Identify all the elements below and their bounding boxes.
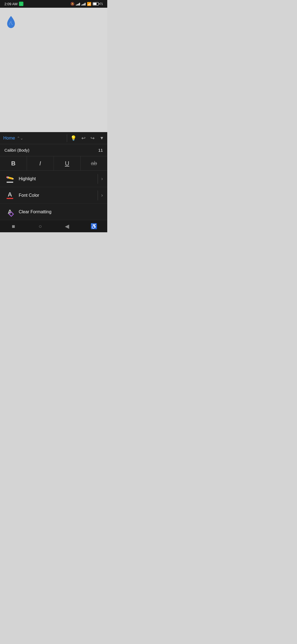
lightbulb-icon[interactable]: 💡 bbox=[70, 135, 76, 141]
font-color-menu-item[interactable]: A Font Color › bbox=[0, 187, 107, 204]
clear-formatting-icon: A bbox=[4, 206, 15, 217]
download-icon: ↓ bbox=[19, 2, 23, 6]
bold-button[interactable]: B bbox=[0, 156, 27, 170]
highlight-chevron-icon[interactable]: › bbox=[101, 176, 103, 182]
signal-bars-1 bbox=[76, 2, 80, 6]
signal-bars-2 bbox=[81, 2, 86, 6]
highlight-label: Highlight bbox=[19, 176, 98, 181]
mute-icon: 🔕 bbox=[70, 2, 75, 6]
pencil-icon: ✏️ bbox=[5, 173, 15, 182]
toolbar: Home ⌃⌄ 💡 ↩ ↪ ▼ Calibri (Body) 11 B I U … bbox=[0, 132, 107, 220]
status-icons: 🔕 📶 71 bbox=[70, 2, 103, 6]
tab-expand-icon[interactable]: ⌃⌄ bbox=[17, 136, 23, 140]
battery-fill bbox=[93, 3, 97, 5]
tab-separator bbox=[67, 134, 67, 142]
nav-home-button[interactable]: ○ bbox=[34, 220, 46, 232]
nav-accessibility-button[interactable]: ♿ bbox=[88, 220, 100, 232]
wifi-icon: 📶 bbox=[87, 2, 91, 6]
tab-home[interactable]: Home bbox=[3, 136, 15, 141]
clear-formatting-menu-item[interactable]: A Clear Formatting bbox=[0, 204, 107, 220]
menu-separator bbox=[98, 174, 98, 184]
font-name[interactable]: Calibri (Body) bbox=[4, 148, 29, 152]
status-bar: 2:09 AM ↓ 🔕 📶 71 bbox=[0, 0, 107, 8]
font-color-bar bbox=[7, 198, 13, 199]
menu-separator-2 bbox=[98, 190, 98, 200]
highlight-icon: ✏️ bbox=[4, 173, 15, 184]
font-color-chevron-icon[interactable]: › bbox=[101, 192, 103, 198]
clear-formatting-label: Clear Formatting bbox=[19, 209, 103, 214]
font-size[interactable]: 11 bbox=[98, 148, 103, 152]
nav-stop-button[interactable]: ■ bbox=[7, 220, 20, 232]
font-row: Calibri (Body) 11 bbox=[0, 144, 107, 156]
highlight-menu-item[interactable]: ✏️ Highlight › bbox=[0, 171, 107, 187]
italic-button[interactable]: I bbox=[27, 156, 54, 170]
font-color-icon: A bbox=[4, 190, 15, 201]
font-color-label: Font Color bbox=[19, 193, 98, 198]
status-time: 2:09 AM ↓ bbox=[4, 2, 23, 6]
time-text: 2:09 AM bbox=[4, 2, 18, 6]
redo-icon[interactable]: ↪ bbox=[90, 135, 95, 141]
undo-icon[interactable]: ↩ bbox=[81, 135, 86, 141]
tab-bar: Home ⌃⌄ 💡 ↩ ↪ ▼ bbox=[0, 132, 107, 144]
strikethrough-button[interactable]: ab bbox=[81, 156, 107, 170]
format-row: B I U ab bbox=[0, 156, 107, 171]
nav-back-button[interactable]: ◀ bbox=[61, 220, 73, 232]
battery-container: 71 bbox=[93, 2, 103, 6]
tab-action-icons: 💡 ↩ ↪ ▼ bbox=[70, 135, 104, 141]
underline-button[interactable]: U bbox=[54, 156, 81, 170]
app-logo bbox=[6, 15, 16, 29]
battery-icon bbox=[93, 2, 99, 6]
dropdown-icon[interactable]: ▼ bbox=[100, 136, 104, 141]
nav-bar: ■ ○ ◀ ♿ bbox=[0, 220, 107, 232]
document-area[interactable] bbox=[0, 8, 107, 132]
battery-level: 71 bbox=[100, 2, 103, 6]
